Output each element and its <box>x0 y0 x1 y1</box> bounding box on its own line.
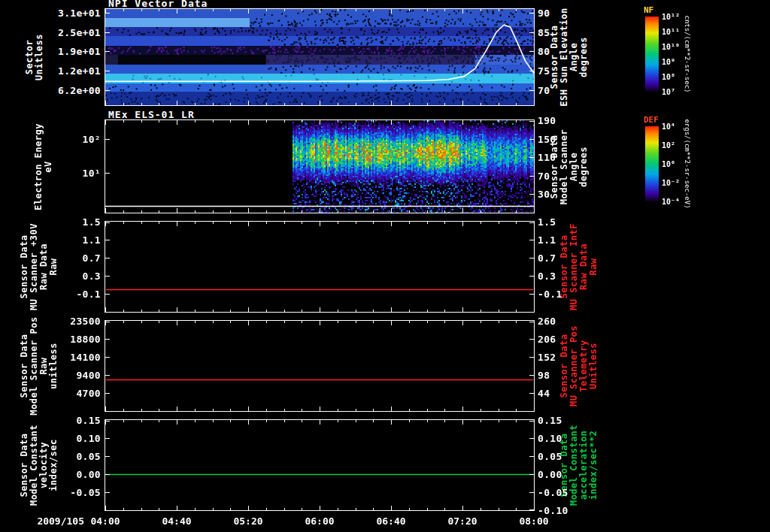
colorbar-tick-label: 10⁻² <box>662 179 680 187</box>
plot-area-scanner-pos <box>105 320 535 412</box>
colorbar-tick-label: 10¹¹ <box>662 28 680 36</box>
x-axis-tick-label: 06:40 <box>367 515 415 527</box>
x-axis-tick-label: 08:00 <box>510 515 558 527</box>
right-tick-label: 0.3 <box>538 271 571 282</box>
mu-scanner-30v-line-canvas <box>105 222 534 312</box>
plot-area-npi <box>105 8 535 106</box>
right-tick-label: 90 <box>538 8 571 19</box>
right-tick-label: 0.10 <box>538 433 571 444</box>
right-tick-label: 1.1 <box>538 234 571 246</box>
left-tick-label: -0.05 <box>51 487 101 498</box>
right-tick-label: 260 <box>538 316 571 327</box>
npi-spectrogram-canvas <box>105 9 534 105</box>
x-axis-date-label: 2009/105 <box>20 515 84 527</box>
right-tick-label: 98 <box>538 370 571 381</box>
colorbar-tick-label: 10⁴ <box>662 122 675 131</box>
right-tick-label: -0.05 <box>538 487 571 498</box>
left-tick-label: 0.7 <box>51 252 101 264</box>
x-axis-tick-label: 05:20 <box>224 515 272 527</box>
left-tick-label: 0.00 <box>51 469 101 480</box>
left-tick-label: 14100 <box>51 352 101 363</box>
model-constant-line-canvas <box>105 420 534 510</box>
scanner-pos-line-canvas <box>105 321 534 411</box>
left-tick-label: 18800 <box>51 334 101 345</box>
right-tick-label: 152 <box>538 352 571 363</box>
left-tick-label: 10² <box>51 134 101 145</box>
left-tick-label: 1.9e+01 <box>51 46 101 57</box>
right-tick-label: -0.10 <box>538 505 571 516</box>
right-tick-label: 80 <box>538 46 571 57</box>
colorbar-tick-label: 10⁻⁴ <box>662 198 680 206</box>
right-tick-label: 0.00 <box>538 469 571 480</box>
left-tick-label: 10¹ <box>51 168 101 179</box>
els-spectrogram-canvas <box>105 120 534 213</box>
colorbar-tick-label: 10¹⁰ <box>662 43 680 51</box>
left-tick-label: 1.5 <box>51 216 101 228</box>
colorbar-tick-label: 10⁸ <box>662 73 675 81</box>
x-axis-tick-label: 07:20 <box>438 515 487 527</box>
colorbar-tick-label: 10⁰ <box>662 160 675 168</box>
right-tick-label: 110 <box>538 152 571 163</box>
plot-area-model-constant <box>105 419 535 511</box>
right-tick-label: 75 <box>538 65 571 77</box>
right-tick-label: 0.7 <box>538 252 571 264</box>
right-tick-label: 0.05 <box>538 451 571 462</box>
x-axis-tick-label: 04:40 <box>153 515 201 527</box>
right-tick-label: 85 <box>538 27 571 38</box>
right-tick-label: 1.5 <box>538 216 571 228</box>
science-plot-page: NPI Vector Data Sector Unitless Sensor D… <box>0 0 770 532</box>
left-tick-label: 3.1e+01 <box>51 8 101 19</box>
panel-title: MEx ELS-01 LR <box>108 109 195 120</box>
left-tick-label: 23500 <box>51 316 101 327</box>
left-tick-label: 2.5e+01 <box>51 27 101 38</box>
right-tick-label: 70 <box>538 171 571 182</box>
colorbar-tick-label: 10¹² <box>662 13 680 21</box>
right-tick-label: 0.15 <box>538 415 571 426</box>
left-tick-label: 0.10 <box>51 433 101 444</box>
x-axis-tick-label: 06:00 <box>296 515 344 527</box>
left-tick-label: 0.15 <box>51 415 101 426</box>
right-tick-label: 206 <box>538 334 571 345</box>
plot-area-mu-scanner-30v <box>105 221 535 313</box>
left-tick-label: 1.1 <box>51 234 101 246</box>
left-tick-label: 0.05 <box>51 451 101 462</box>
right-tick-label: 190 <box>538 115 571 126</box>
left-tick-label: 1.2e+01 <box>51 65 101 77</box>
right-tick-label: 150 <box>538 134 571 145</box>
x-axis-tick-label: 04:00 <box>81 515 129 527</box>
left-tick-label: 0.3 <box>51 271 101 282</box>
colorbar-tick-label: 10² <box>662 141 675 150</box>
colorbar-def-unit: ergs/(cm**2-sr-sec-eV) <box>612 89 762 239</box>
left-tick-label: 9400 <box>51 370 101 381</box>
plot-area-els <box>105 119 535 213</box>
colorbar-tick-label: 10⁹ <box>662 58 675 66</box>
